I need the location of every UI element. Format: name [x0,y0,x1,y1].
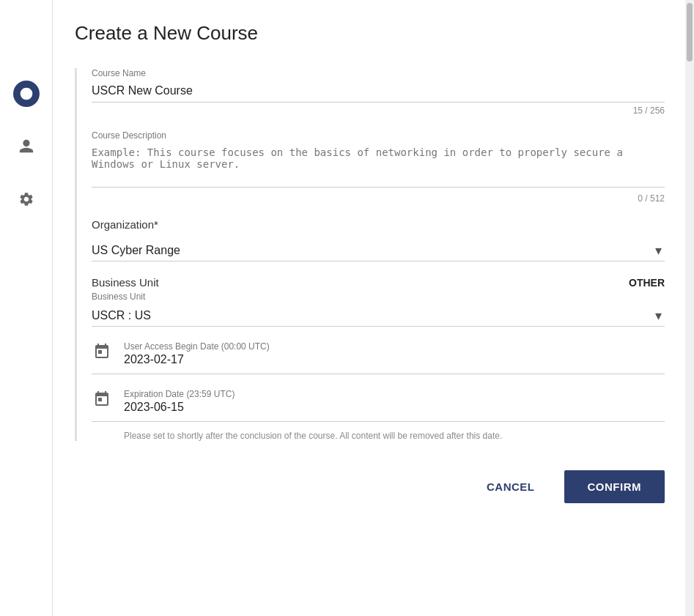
course-description-label: Course Description [92,130,665,141]
business-unit-label: Business Unit [92,276,159,289]
course-name-char-count: 15 / 256 [92,105,665,116]
business-unit-sub-label: Business Unit [92,292,665,302]
business-unit-select[interactable]: USCR : US [92,305,665,326]
organization-label: Organization* [92,218,665,231]
form-section: Course Name 15 / 256 Course Description … [75,68,665,441]
expiration-value: 2023-06-15 [124,401,665,414]
course-name-input[interactable] [92,81,665,103]
course-description-char-count: 0 / 512 [92,193,665,204]
sidebar-item-person[interactable] [13,133,40,160]
sidebar: i [0,0,53,616]
button-row: CANCEL CONFIRM [75,463,665,511]
course-description-group: Course Description 0 / 512 [92,130,665,204]
course-name-group: Course Name 15 / 256 [92,68,665,116]
access-begin-inner: User Access Begin Date (00:00 UTC) 2023-… [124,341,665,366]
page-title: Create a New Course [75,22,665,45]
access-begin-calendar-icon [92,343,112,365]
expiration-label: Expiration Date (23:59 UTC) [124,389,665,399]
svg-text:i: i [25,89,27,98]
cancel-button[interactable]: CANCEL [463,470,558,503]
scrollbar-thumb[interactable] [687,3,693,62]
course-name-label: Course Name [92,68,665,78]
business-unit-badge: OTHER [629,277,665,289]
access-begin-value: 2023-02-17 [124,353,665,366]
expiration-group: Expiration Date (23:59 UTC) 2023-06-15 [92,389,665,422]
main-content: Create a New Course Course Name 15 / 256… [53,0,694,616]
expiration-inner: Expiration Date (23:59 UTC) 2023-06-15 [124,389,665,414]
course-description-input[interactable] [92,144,665,188]
organization-group: Organization* US Cyber Range ▾ [92,218,665,261]
access-begin-group: User Access Begin Date (00:00 UTC) 2023-… [92,341,665,374]
business-unit-header: Business Unit OTHER [92,276,665,289]
organization-select[interactable]: US Cyber Range [92,240,665,261]
expiry-note: Please set to shortly after the conclusi… [92,431,665,441]
sidebar-item-info[interactable]: i [13,81,40,107]
business-unit-select-wrapper: USCR : US ▾ [92,305,665,327]
scrollbar[interactable] [685,0,694,616]
expiration-calendar-icon [92,390,112,412]
confirm-button[interactable]: CONFIRM [564,470,665,503]
sidebar-item-settings[interactable] [13,186,40,212]
business-unit-group: Business Unit OTHER Business Unit USCR :… [92,276,665,327]
access-begin-label: User Access Begin Date (00:00 UTC) [124,341,665,352]
organization-select-wrapper: US Cyber Range ▾ [92,240,665,261]
